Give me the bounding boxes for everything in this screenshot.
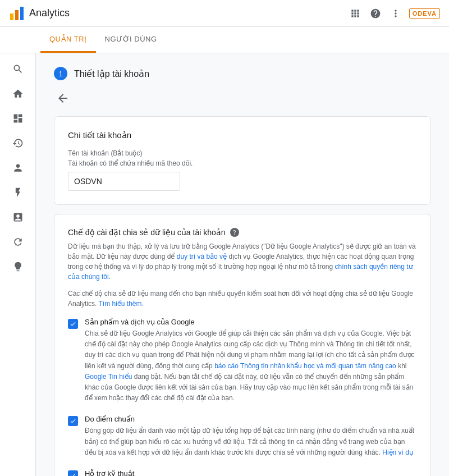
bao-cao-link[interactable]: báo cáo Thông tin nhân khẩu học và mối q…: [214, 362, 396, 370]
analytics-logo-icon: [9, 6, 25, 21]
step-header: 1 Thiết lập tài khoản: [54, 67, 431, 80]
sharing-title: Chế độ cài đặt chia sẻ dữ liệu của tài k…: [68, 228, 226, 237]
svg-rect-1: [15, 10, 19, 20]
sharing-section-header: Chế độ cài đặt chia sẻ dữ liệu của tài k…: [68, 228, 417, 237]
do-diem-chuan-desc: Đóng góp dữ liệu ẩn danh vào một tập dữ …: [85, 425, 417, 458]
google-tin-link[interactable]: Google Tin hiểu: [85, 373, 132, 381]
tab-nguoi-dung[interactable]: NGƯỜI DÙNG: [96, 27, 166, 53]
brand-label: ODEVA: [409, 8, 440, 19]
sidebar-icon-search[interactable]: [7, 58, 29, 80]
account-name-input[interactable]: [68, 172, 180, 191]
svg-rect-0: [10, 13, 13, 20]
learn-more-link[interactable]: Tìm hiểu thêm.: [98, 300, 143, 308]
checkbox-ho-tro-ky-thuat-input[interactable]: [68, 470, 78, 476]
help-icon[interactable]: [369, 7, 382, 20]
sharing-desc-link1[interactable]: duy trì và bảo vệ: [177, 253, 227, 260]
sidebar-icon-pages[interactable]: [7, 206, 29, 228]
sidebar: [0, 53, 36, 476]
hien-vi-du-link[interactable]: Hiện ví dụ: [382, 448, 414, 456]
sidebar-icon-refresh[interactable]: [7, 231, 29, 253]
account-details-card: Chi tiết tài khoản Tên tài khoản (Bắt bu…: [54, 116, 431, 205]
app-title: Analytics: [29, 7, 70, 19]
apps-icon[interactable]: [349, 7, 362, 20]
step-number: 1: [54, 67, 67, 80]
second-nav: QUẢN TRỊ NGƯỜI DÙNG: [0, 27, 449, 53]
sidebar-icon-history[interactable]: [7, 132, 29, 154]
sharing-desc: Dữ liệu mà bạn thu thập, xử lý và lưu tr…: [68, 241, 417, 282]
sidebar-icon-dashboard[interactable]: [7, 107, 29, 130]
checkbox-do-diem-chuan-input[interactable]: [68, 416, 78, 426]
san-pham-label: Sản phẩm và dịch vụ của Google: [85, 318, 417, 326]
checkbox-san-pham: Sản phẩm và dịch vụ của Google Chia sẻ d…: [68, 318, 417, 404]
main-content: 1 Thiết lập tài khoản Chi tiết tài khoản…: [36, 53, 449, 476]
do-diem-chuan-label: Đo điểm chuẩn: [85, 415, 417, 423]
more-vert-icon[interactable]: [389, 7, 402, 20]
checkbox-do-diem-chuan: Đo điểm chuẩn Đóng góp dữ liệu ẩn danh v…: [68, 415, 417, 458]
checkbox-san-pham-input[interactable]: [68, 319, 78, 329]
data-sharing-card: Chế độ cài đặt chia sẻ dữ liệu của tài k…: [54, 214, 431, 476]
sidebar-icon-lightbulb[interactable]: [7, 255, 29, 278]
sharing-desc-link2[interactable]: chính sách quyền riêng tư của chúng tôi.: [68, 263, 413, 281]
account-name-label: Tên tài khoản (Bắt buộc): [68, 149, 417, 157]
sidebar-icon-person[interactable]: [7, 157, 29, 179]
sharing-info-icon[interactable]: ?: [230, 228, 239, 237]
ho-tro-ky-thuat-label: Hỗ trợ kỹ thuật: [85, 469, 417, 476]
san-pham-desc: Chia sẻ dữ liệu Google Analytics với Goo…: [85, 328, 417, 404]
svg-rect-2: [20, 7, 24, 20]
back-button[interactable]: [54, 89, 72, 107]
step-title: Thiết lập tài khoản: [74, 68, 149, 79]
sharing-subtitle: Các chế độ chia sẻ dữ liệu mang đến cho …: [68, 289, 417, 309]
top-nav: Analytics ODEVA: [0, 0, 449, 27]
tab-quan-tri[interactable]: QUẢN TRỊ: [40, 27, 96, 53]
account-name-hint: Tài khoản có thể chứa nhiều mã theo dõi.: [68, 159, 417, 167]
checkbox-ho-tro-ky-thuat: Hỗ trợ kỹ thuật Cho phép người đại diện …: [68, 469, 417, 476]
sidebar-icon-integration[interactable]: [7, 181, 29, 204]
sidebar-icon-home[interactable]: [7, 83, 29, 105]
logo: Analytics: [9, 6, 70, 21]
top-nav-icons: ODEVA: [349, 7, 440, 20]
account-details-title: Chi tiết tài khoản: [68, 130, 417, 140]
main-layout: 1 Thiết lập tài khoản Chi tiết tài khoản…: [0, 53, 449, 476]
